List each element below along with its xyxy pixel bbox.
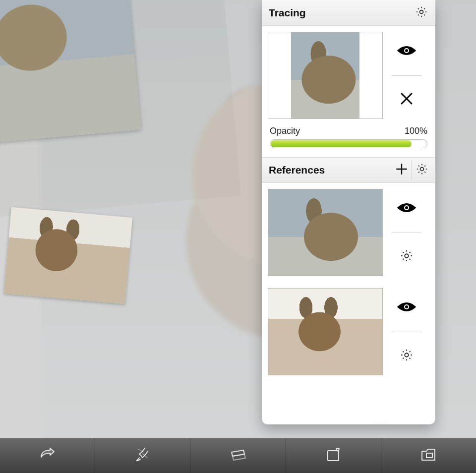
tracing-thumbnail[interactable]: [268, 32, 383, 119]
divider: [392, 332, 421, 332]
image-panel-icon: [325, 447, 341, 465]
references-settings-button[interactable]: [412, 160, 431, 180]
tracing-thumbnail-image: [291, 32, 359, 118]
tracing-opacity-row: Opacity 100%: [262, 125, 435, 157]
brush-settings-button[interactable]: [95, 438, 190, 473]
reference-thumbnail-image: [268, 289, 382, 375]
tracing-settings-button[interactable]: [412, 3, 431, 23]
svg-point-5: [405, 206, 408, 209]
tracing-entry: [262, 26, 435, 125]
reference-visibility-toggle[interactable]: [392, 296, 421, 320]
share-button[interactable]: [0, 438, 95, 473]
reference-visibility-toggle[interactable]: [392, 197, 421, 221]
svg-point-9: [405, 353, 408, 356]
brush-icon: [135, 446, 151, 465]
reference-thumbnail[interactable]: [268, 189, 383, 276]
svg-point-2: [405, 49, 408, 52]
divider: [392, 75, 421, 76]
layers-icon: [229, 447, 247, 464]
reference-item-settings-button[interactable]: [392, 344, 421, 368]
reference-image-sitting-cat[interactable]: [4, 207, 132, 304]
reference-thumbnail[interactable]: [268, 288, 383, 375]
reference-entry: [262, 183, 435, 282]
add-reference-button[interactable]: [392, 160, 412, 180]
tracing-remove-button[interactable]: [392, 88, 421, 112]
plus-icon: [395, 163, 408, 177]
image-panel-button[interactable]: [286, 438, 381, 473]
tracing-title: Tracing: [269, 7, 412, 19]
tracing-section-header: Tracing: [262, 0, 435, 26]
opacity-slider[interactable]: [270, 139, 427, 148]
eye-icon: [396, 300, 417, 315]
reference-entry: [262, 282, 435, 381]
eye-icon: [396, 44, 417, 59]
gallery-button[interactable]: [381, 438, 476, 473]
opacity-value: 100%: [405, 126, 427, 136]
bottom-toolbar: [0, 438, 476, 473]
svg-point-6: [405, 254, 408, 257]
layers-button[interactable]: [190, 438, 286, 473]
references-title: References: [269, 164, 392, 176]
gear-icon: [400, 348, 414, 364]
opacity-label: Opacity: [270, 126, 300, 136]
svg-rect-10: [328, 451, 339, 461]
svg-point-3: [420, 168, 423, 171]
tracing-visibility-toggle[interactable]: [392, 40, 421, 63]
share-icon: [39, 447, 56, 464]
reference-item-settings-button[interactable]: [392, 245, 421, 269]
divider: [392, 233, 421, 233]
close-icon: [399, 91, 414, 108]
svg-rect-11: [426, 453, 432, 458]
gear-icon: [400, 249, 414, 265]
eye-icon: [396, 201, 417, 216]
gear-icon: [416, 163, 428, 177]
reference-thumbnail-image: [268, 189, 382, 276]
reference-image-profile-cat[interactable]: [0, 0, 141, 147]
reference-entry-controls: [383, 288, 430, 375]
reference-entry-controls: [383, 189, 430, 276]
gear-icon: [415, 5, 428, 20]
gallery-icon: [420, 447, 437, 464]
tracing-entry-controls: [383, 32, 430, 119]
image-panel-popover: Tracing: [262, 0, 435, 424]
svg-point-0: [420, 10, 423, 13]
svg-point-8: [405, 305, 408, 308]
references-section-header: References: [262, 157, 435, 183]
opacity-slider-fill: [271, 140, 412, 147]
